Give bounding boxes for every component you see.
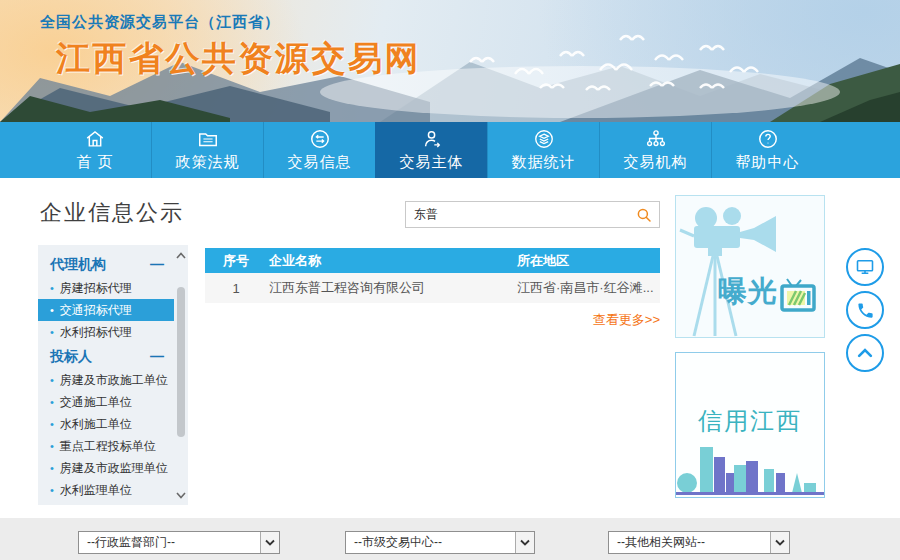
footer-select-supervision-departments[interactable]: --行政监督部门-- bbox=[78, 531, 280, 554]
scroll-down-icon[interactable] bbox=[174, 487, 188, 503]
nav-tab-statistics[interactable]: 数据统计 bbox=[487, 122, 599, 178]
column-header-name: 企业名称 bbox=[267, 252, 517, 270]
collapse-minus-icon[interactable]: — bbox=[150, 343, 164, 369]
bullet-icon: • bbox=[50, 369, 54, 391]
sidebar-item-label: 房建及市政监理单位 bbox=[60, 457, 168, 479]
nav-tab-label: 交易信息 bbox=[288, 153, 352, 172]
sidebar-group-title: 代理机构 bbox=[50, 251, 106, 277]
nav-tab-help[interactable]: 帮助中心 bbox=[711, 122, 823, 178]
view-more-link[interactable]: 查看更多>> bbox=[205, 311, 660, 329]
banner: 全国公共资源交易平台（江西省） 江西省公共资源交易网 bbox=[0, 0, 900, 122]
bullet-icon: • bbox=[50, 435, 54, 457]
nav-tab-trade-info[interactable]: 交易信息 bbox=[263, 122, 375, 178]
site-title: 江西省公共资源交易网 bbox=[56, 36, 421, 82]
folder-icon bbox=[197, 128, 219, 150]
nav-tab-label: 首 页 bbox=[76, 153, 113, 172]
sidebar-item-label: 房建及市政施工单位 bbox=[60, 369, 168, 391]
sidebar-item-housing-supervisor[interactable]: • 房建及市政监理单位 bbox=[38, 457, 174, 479]
main-nav: 首 页 政策法规 交易信息 bbox=[0, 122, 900, 178]
sidebar-item-housing-agency[interactable]: • 房建招标代理 bbox=[38, 277, 174, 299]
nav-tabs: 首 页 政策法规 交易信息 bbox=[39, 122, 823, 178]
sidebar-group-agencies[interactable]: 代理机构 — bbox=[38, 251, 174, 277]
column-header-region: 所在地区 bbox=[517, 252, 660, 270]
nav-tab-label: 数据统计 bbox=[512, 153, 576, 172]
phone-button[interactable] bbox=[846, 291, 884, 329]
chevron-down-icon bbox=[260, 532, 279, 553]
bullet-icon: • bbox=[50, 321, 54, 343]
sidebar-item-label: 水利招标代理 bbox=[60, 321, 132, 343]
collapse-minus-icon[interactable]: — bbox=[150, 251, 164, 277]
platform-label: 全国公共资源交易平台（江西省） bbox=[40, 13, 280, 32]
page: 全国公共资源交易平台（江西省） 江西省公共资源交易网 首 页 政策法规 bbox=[0, 0, 900, 560]
scroll-up-icon[interactable] bbox=[174, 247, 188, 263]
scroll-to-top-button[interactable] bbox=[846, 334, 884, 372]
search-input[interactable] bbox=[406, 208, 629, 222]
nav-tab-label: 政策法规 bbox=[176, 153, 240, 172]
scrollbar-thumb[interactable] bbox=[177, 287, 185, 437]
exposure-platform-banner[interactable]: 曝光 bbox=[675, 195, 825, 338]
nav-tab-label: 交易机构 bbox=[624, 153, 688, 172]
credit-jiangxi-banner[interactable]: 信用江西 bbox=[675, 352, 825, 498]
sidebar-item-label: 水利监理单位 bbox=[60, 479, 132, 501]
enterprise-table: 序号 企业名称 所在地区 1 江西东普工程咨询有限公司 江西省·南昌市·红谷滩.… bbox=[205, 248, 660, 303]
sidebar-item-water-agency[interactable]: • 水利招标代理 bbox=[38, 321, 174, 343]
nav-tab-institutions[interactable]: 交易机构 bbox=[599, 122, 711, 178]
sidebar-item-label: 房建招标代理 bbox=[60, 277, 132, 299]
monitor-icon bbox=[855, 257, 875, 277]
home-icon bbox=[84, 128, 106, 150]
floating-toolbar bbox=[846, 248, 886, 377]
sidebar-item-label: 水利施工单位 bbox=[60, 413, 132, 435]
footer: --行政监督部门-- --市级交易中心-- --其他相关网站-- bbox=[0, 518, 900, 560]
user-arrow-icon bbox=[421, 128, 443, 150]
sidebar-group-bidders[interactable]: 投标人 — bbox=[38, 343, 174, 369]
cell-region: 江西省·南昌市·红谷滩... bbox=[517, 279, 660, 297]
search-icon[interactable] bbox=[629, 202, 659, 227]
sidebar-item-transport-contractor[interactable]: • 交通施工单位 bbox=[38, 391, 174, 413]
nav-tab-label: 帮助中心 bbox=[736, 153, 800, 172]
bullet-icon: • bbox=[50, 299, 54, 321]
bullet-icon: • bbox=[50, 413, 54, 435]
bullet-icon: • bbox=[50, 391, 54, 413]
sidebar-group-title: 投标人 bbox=[50, 343, 92, 369]
bullet-icon: • bbox=[50, 277, 54, 299]
chevron-down-icon bbox=[770, 532, 789, 553]
exchange-icon bbox=[309, 128, 331, 150]
sidebar-item-label: 交通招标代理 bbox=[60, 299, 132, 321]
footer-select-related-websites[interactable]: --其他相关网站-- bbox=[608, 531, 790, 554]
sidebar-scrollbar[interactable] bbox=[174, 245, 188, 505]
bullet-icon: • bbox=[50, 479, 54, 501]
table-header-row: 序号 企业名称 所在地区 bbox=[205, 248, 660, 273]
search-box bbox=[405, 201, 660, 228]
nav-tab-policies[interactable]: 政策法规 bbox=[151, 122, 263, 178]
org-chart-icon bbox=[645, 128, 667, 150]
exposure-label: 曝光 bbox=[718, 272, 816, 312]
layers-icon bbox=[533, 128, 555, 150]
question-icon bbox=[757, 128, 779, 150]
cell-enterprise-name: 江西东普工程咨询有限公司 bbox=[267, 279, 517, 297]
chevron-down-icon bbox=[515, 532, 534, 553]
sidebar-item-housing-contractor[interactable]: • 房建及市政施工单位 bbox=[38, 369, 174, 391]
footer-select-city-trading-centers[interactable]: --市级交易中心-- bbox=[345, 531, 535, 554]
sidebar-item-transport-agency[interactable]: • 交通招标代理 bbox=[38, 299, 174, 321]
phone-icon bbox=[856, 301, 875, 320]
sidebar-item-water-contractor[interactable]: • 水利施工单位 bbox=[38, 413, 174, 435]
film-camera-icon bbox=[676, 196, 786, 338]
nav-tab-home[interactable]: 首 页 bbox=[39, 122, 151, 178]
bullet-icon: • bbox=[50, 457, 54, 479]
column-header-index: 序号 bbox=[205, 252, 267, 270]
cell-index: 1 bbox=[205, 281, 267, 296]
nav-tab-label: 交易主体 bbox=[400, 153, 464, 172]
category-sidebar: 代理机构 — • 房建招标代理 • 交通招标代理 • 水利招标代理 投标人 — … bbox=[38, 245, 188, 505]
sidebar-item-water-supervisor[interactable]: • 水利监理单位 bbox=[38, 479, 174, 501]
monitor-button[interactable] bbox=[846, 248, 884, 286]
city-skyline-icon bbox=[676, 443, 824, 495]
page-title: 企业信息公示 bbox=[40, 198, 184, 228]
tv-icon bbox=[780, 278, 816, 312]
credit-jiangxi-label: 信用江西 bbox=[676, 405, 824, 437]
sidebar-item-label: 交通施工单位 bbox=[60, 391, 132, 413]
table-row[interactable]: 1 江西东普工程咨询有限公司 江西省·南昌市·红谷滩... bbox=[205, 273, 660, 303]
sidebar-item-key-project-bidder[interactable]: • 重点工程投标单位 bbox=[38, 435, 174, 457]
nav-tab-trade-subject[interactable]: 交易主体 bbox=[375, 122, 487, 178]
chevron-up-icon bbox=[855, 343, 875, 363]
sidebar-item-label: 重点工程投标单位 bbox=[60, 435, 156, 457]
